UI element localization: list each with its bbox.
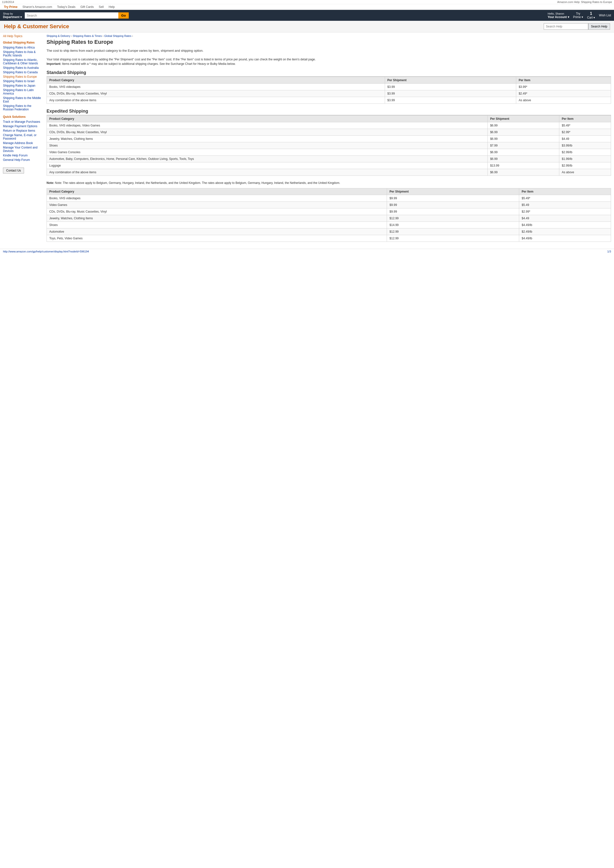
help-search-button[interactable]: Search Help — [588, 23, 610, 30]
sec-ship-7: $12.99 — [387, 235, 519, 242]
department-label: Department — [3, 16, 20, 19]
exp-item-3: $4.49 — [559, 135, 611, 142]
table-row: Books, VHS videotapes $3.99 $3.99* — [47, 84, 611, 90]
link-name[interactable]: Change Name, E-mail, or Password — [3, 133, 36, 140]
link-africa[interactable]: Shipping Rates to Africa — [3, 46, 35, 49]
sec-item-6: $2.49/lb — [519, 228, 611, 235]
sidebar-item-atlantic[interactable]: Shipping Rates to Atlantic, Caribbean & … — [3, 58, 43, 65]
sidebar-item-japan[interactable]: Shipping Rates to Japan — [3, 84, 43, 87]
footer-bar: http://www.amazon.com/gp/help/customer/d… — [0, 249, 614, 254]
link-israel[interactable]: Shipping Rates to Israel — [3, 79, 34, 83]
exp-ship-8: $6.99 — [487, 169, 559, 175]
sec-ship-3: $9.99 — [387, 208, 519, 215]
link-track[interactable]: Track or Manage Purchases — [3, 120, 40, 124]
link-address[interactable]: Manage Address Book — [3, 141, 33, 145]
breadcrumb-shipping-rates-times[interactable]: Shipping Rates & Times — [73, 34, 102, 37]
quick-item-payment[interactable]: Manage Payment Options — [3, 124, 43, 128]
standard-shipping-section: Standard Shipping Product Category Per S… — [47, 70, 611, 104]
link-europe: Shipping Rates to Europe — [3, 75, 37, 79]
try-prime-section[interactable]: TryPrime ▾ — [573, 12, 583, 19]
help-search-input[interactable] — [544, 23, 588, 30]
link-atlantic[interactable]: Shipping Rates to Atlantic, Caribbean & … — [3, 58, 38, 65]
quick-item-return[interactable]: Return or Replace Items — [3, 129, 43, 132]
sidebar-item-europe[interactable]: Shipping Rates to Europe — [3, 75, 43, 79]
quick-item-general[interactable]: General Help Forum — [3, 158, 43, 162]
sidebar-item-africa[interactable]: Shipping Rates to Africa — [3, 46, 43, 49]
exp-col-per-item: Per Item — [559, 115, 611, 122]
link-kindle[interactable]: Kindle Help Forum — [3, 154, 28, 157]
search-bar: Go — [25, 12, 129, 19]
sidebar-item-russian-federation[interactable]: Shipping Rates to the Russian Federation — [3, 104, 43, 111]
link-general[interactable]: General Help Forum — [3, 158, 30, 162]
link-canada[interactable]: Shipping Rates to Canada — [3, 71, 38, 74]
shop-department-button[interactable]: Shop by Department ▾ — [3, 12, 22, 19]
account-section[interactable]: Hello, Sharon Your Account ▾ — [548, 12, 569, 19]
sidebar-item-middle-east[interactable]: Shipping Rates to the Middle East — [3, 96, 43, 103]
link-asia-pacific[interactable]: Shipping Rates to Asia & Pacific Islands — [3, 50, 36, 57]
calc-note: Your total shipping cost is calculated b… — [47, 57, 611, 66]
help-link[interactable]: Help — [109, 5, 115, 9]
standard-shipping-table: Product Category Per Shipment Per Item B… — [47, 77, 611, 104]
your-account-link[interactable]: Your Account ▾ — [548, 16, 569, 19]
table-row: CDs, DVDs, Blu-ray, Music Cassettes, Vin… — [47, 90, 611, 97]
top-try-prime[interactable]: Try Prime — [4, 5, 17, 9]
sidebar-item-australia[interactable]: Shipping Rates to Australia — [3, 66, 43, 70]
expedited-shipping-table: Product Category Per Shipment Per Item B… — [47, 115, 611, 176]
quick-item-name[interactable]: Change Name, E-mail, or Password — [3, 133, 43, 140]
link-australia[interactable]: Shipping Rates to Australia — [3, 66, 39, 70]
wishlist-section[interactable]: Wish List — [599, 14, 611, 17]
table-row: Books, VHS videotapes, Video Games $6.99… — [47, 122, 611, 129]
cart-section[interactable]: 1 Cart ▾ — [587, 11, 595, 19]
breadcrumb-shipping-delivery[interactable]: Shipping & Delivery — [47, 34, 70, 37]
sec-col-per-item: Per Item — [519, 188, 611, 195]
std-ship-2: $3.99 — [385, 90, 516, 97]
sec-cat-5: Shoes — [47, 222, 387, 228]
hello-label: Hello, Sharon — [548, 12, 564, 15]
contact-us-button[interactable]: Contact Us — [3, 167, 24, 174]
quick-item-address[interactable]: Manage Address Book — [3, 141, 43, 145]
gift-cards-link[interactable]: Gift Cards — [81, 5, 94, 9]
sidebar-item-israel[interactable]: Shipping Rates to Israel — [3, 79, 43, 83]
sell-link[interactable]: Sell — [99, 5, 104, 9]
all-help-link[interactable]: All Help Topics — [3, 34, 43, 38]
sec-ship-6: $12.99 — [387, 228, 519, 235]
page-heading: Shipping Rates to Europe — [47, 39, 611, 45]
exp-item-6: $1.99/lb — [559, 155, 611, 162]
link-latin-america[interactable]: Shipping Rates to Latin America — [3, 88, 34, 95]
search-input[interactable] — [25, 12, 118, 19]
sharon-amazon-link[interactable]: Sharon's Amazon.com — [23, 5, 52, 9]
quick-item-track[interactable]: Track or Manage Purchases — [3, 120, 43, 124]
sidebar-nav-list: Shipping Rates to Africa Shipping Rates … — [3, 46, 43, 111]
exp-cat-4: Shoes — [47, 142, 488, 149]
help-search-bar: Search Help — [544, 23, 610, 30]
help-title: Help & Customer Service — [4, 23, 69, 30]
link-japan[interactable]: Shipping Rates to Japan — [3, 84, 36, 87]
link-content[interactable]: Manage Your Content and Devices — [3, 146, 37, 153]
todays-deals-link[interactable]: Today's Deals — [57, 5, 75, 9]
standard-col-per-shipment: Per Shipment — [385, 77, 516, 84]
sec-item-5: $4.49/lb — [519, 222, 611, 228]
link-russian-federation[interactable]: Shipping Rates to the Russian Federation — [3, 104, 31, 111]
exp-cat-7: Luggage — [47, 162, 488, 169]
sec-item-3: $2.99* — [519, 208, 611, 215]
exp-ship-2: $6.99 — [487, 129, 559, 135]
link-payment[interactable]: Manage Payment Options — [3, 124, 37, 128]
quick-item-content[interactable]: Manage Your Content and Devices — [3, 146, 43, 153]
date-label: 11/8/2014 — [2, 0, 14, 3]
breadcrumb-global-shipping[interactable]: Global Shipping Rates — [104, 34, 131, 37]
exp-col-category: Product Category — [47, 115, 488, 122]
expedited-shipping-heading: Expedited Shipping — [47, 108, 611, 115]
link-middle-east[interactable]: Shipping Rates to the Middle East — [3, 96, 41, 103]
sidebar-item-canada[interactable]: Shipping Rates to Canada — [3, 71, 43, 74]
link-return[interactable]: Return or Replace Items — [3, 129, 35, 132]
quick-item-kindle[interactable]: Kindle Help Forum — [3, 154, 43, 157]
sidebar-item-asia-pacific[interactable]: Shipping Rates to Asia & Pacific Islands — [3, 50, 43, 57]
exp-cat-2: CDs, DVDs, Blu-ray, Music Cassettes, Vin… — [47, 129, 488, 135]
sec-item-4: $4.49 — [519, 215, 611, 222]
top-nav-bar: Try Prime Sharon's Amazon.com Today's De… — [0, 4, 614, 10]
sidebar-item-latin-america[interactable]: Shipping Rates to Latin America — [3, 88, 43, 95]
important-label: Important: — [47, 62, 61, 65]
search-go-button[interactable]: Go — [118, 12, 129, 19]
quick-solutions-list: Track or Manage Purchases Manage Payment… — [3, 120, 43, 162]
exp-item-7: $2.99/lb — [559, 162, 611, 169]
